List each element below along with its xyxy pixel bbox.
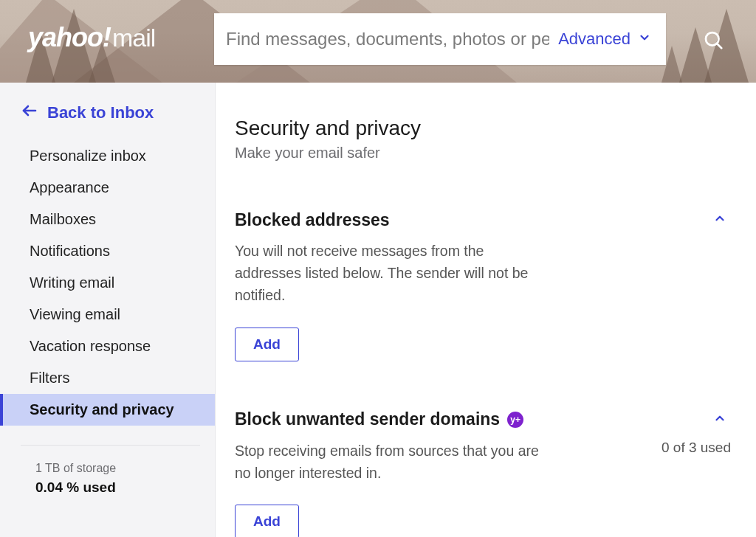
app-header: yahoo!mail Advanced <box>0 0 756 83</box>
chevron-down-icon <box>638 30 651 49</box>
section-block-domains: Block unwanted sender domains y+ Stop re… <box>235 407 731 537</box>
settings-main: Security and privacy Make your email saf… <box>216 83 756 537</box>
section-title-text: Blocked addresses <box>235 210 390 230</box>
nav-item-security[interactable]: Security and privacy <box>0 394 215 426</box>
nav-item-label: Vacation response <box>30 338 151 354</box>
settings-sidebar: Back to Inbox Personalize inbox Appearan… <box>0 83 216 537</box>
storage-info: 1 TB of storage 0.04 % used <box>0 462 215 525</box>
add-blocked-address-button[interactable]: Add <box>235 328 299 361</box>
back-label: Back to Inbox <box>47 103 154 122</box>
search-icon <box>702 29 724 54</box>
nav-item-label: Viewing email <box>30 306 120 322</box>
nav-item-label: Filters <box>30 370 69 386</box>
storage-total: 1 TB of storage <box>35 462 215 475</box>
sidebar-divider <box>21 445 200 446</box>
collapse-toggle[interactable] <box>709 407 731 432</box>
advanced-search-link[interactable]: Advanced <box>549 30 654 49</box>
nav-item-label: Appearance <box>30 179 109 195</box>
storage-used: 0.04 % used <box>35 479 215 496</box>
nav-item-label: Writing email <box>30 274 114 291</box>
arrow-left-icon <box>21 102 38 124</box>
section-blocked-addresses: Blocked addresses You will not receive m… <box>235 207 731 361</box>
settings-nav: Personalize inbox Appearance Mailboxes N… <box>0 140 215 436</box>
nav-item-label: Security and privacy <box>30 401 174 418</box>
svg-line-1 <box>717 44 721 48</box>
section-body: Stop receiving emails from sources that … <box>235 440 731 484</box>
nav-item-writing-email[interactable]: Writing email <box>0 267 215 299</box>
logo-sub: mail <box>112 24 155 52</box>
chevron-up-icon <box>713 415 726 427</box>
search-bar: Advanced <box>214 13 666 65</box>
logo[interactable]: yahoo!mail <box>28 22 155 53</box>
page-subtitle: Make your email safer <box>235 145 731 162</box>
app-body: Back to Inbox Personalize inbox Appearan… <box>0 83 756 537</box>
nav-item-appearance[interactable]: Appearance <box>0 172 215 204</box>
nav-item-viewing-email[interactable]: Viewing email <box>0 299 215 330</box>
section-header: Blocked addresses <box>235 207 731 232</box>
page-title: Security and privacy <box>235 117 731 140</box>
collapse-toggle[interactable] <box>709 207 731 232</box>
nav-item-label: Notifications <box>30 243 110 259</box>
nav-item-label: Personalize inbox <box>30 148 146 164</box>
nav-item-notifications[interactable]: Notifications <box>0 235 215 267</box>
section-title: Block unwanted sender domains y+ <box>235 409 523 429</box>
nav-item-label: Mailboxes <box>30 211 96 227</box>
search-input[interactable] <box>226 13 549 65</box>
section-description: You will not receive messages from the a… <box>235 240 552 307</box>
nav-item-vacation[interactable]: Vacation response <box>0 330 215 362</box>
section-title: Blocked addresses <box>235 210 390 230</box>
section-title-text: Block unwanted sender domains <box>235 409 500 429</box>
yahoo-plus-badge-icon: y+ <box>507 412 523 428</box>
section-description: Stop receiving emails from sources that … <box>235 440 552 484</box>
add-blocked-domain-button[interactable]: Add <box>235 505 299 537</box>
nav-item-personalize[interactable]: Personalize inbox <box>0 140 215 172</box>
advanced-label: Advanced <box>558 30 630 49</box>
logo-main: yahoo! <box>28 22 111 52</box>
chevron-up-icon <box>713 215 726 227</box>
search-button[interactable] <box>700 28 726 55</box>
section-header: Block unwanted sender domains y+ <box>235 407 731 432</box>
domain-quota-counter: 0 of 3 used <box>662 440 731 456</box>
back-to-inbox-link[interactable]: Back to Inbox <box>0 83 215 140</box>
nav-item-filters[interactable]: Filters <box>0 362 215 394</box>
nav-item-mailboxes[interactable]: Mailboxes <box>0 204 215 235</box>
